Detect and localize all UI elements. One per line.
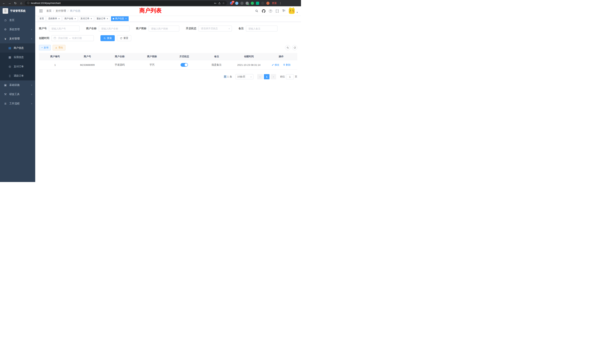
extension-icon[interactable] (246, 2, 249, 5)
bookmark-star-icon[interactable]: ☆ (222, 2, 225, 5)
next-page-button[interactable]: › (271, 74, 276, 79)
browser-reload-button[interactable]: ↻ (13, 1, 17, 5)
extension-icon[interactable] (240, 2, 244, 5)
sidebar-item-label: 系统管理 (9, 28, 20, 31)
column-header: 商户号 (71, 53, 103, 60)
close-icon[interactable]: × (90, 17, 92, 20)
monitor-icon: ▣ (4, 83, 7, 87)
status-select[interactable]: 请选择开启状态 ∨ (198, 26, 232, 32)
toggle-search-icon[interactable] (285, 45, 290, 50)
total-unit: 条 (230, 75, 232, 78)
sidebar-item-merchant-info[interactable]: ▤ 商户信息 (0, 43, 35, 53)
sidebar-item-workflow[interactable]: ≣ 工作流程 ∨ (0, 99, 35, 108)
goto-page-input[interactable] (286, 74, 294, 79)
page-number-button[interactable]: 1 (264, 74, 269, 79)
browser-back-button[interactable]: ← (2, 1, 6, 5)
tab-process-form[interactable]: 流程表单 × (46, 16, 62, 21)
sidebar-item-refund-order[interactable]: ▯ 退款订单 (0, 71, 35, 80)
tab-refund-order[interactable]: 退款订单 × (95, 16, 110, 21)
filter-create-time: 创建时间 开始日期 - 结束日期 (39, 35, 94, 41)
tab-label: 首页 (40, 17, 44, 20)
browser-forward-button[interactable]: → (8, 1, 12, 5)
date-separator: - (69, 37, 70, 40)
tab-user-group[interactable]: 用户分组 × (63, 16, 78, 21)
search-icon[interactable] (255, 9, 258, 13)
share-icon[interactable] (218, 2, 221, 4)
search-button-label: 搜索 (107, 36, 112, 40)
table-header-row: 商户编号 商户号 商户全称 商户简称 开启状态 备注 创建时间 操作 (39, 53, 297, 60)
site-info-icon[interactable]: ⓘ (27, 1, 30, 5)
address-bar[interactable]: ⓘ localhost:1024/pay/merchant ☆ (25, 1, 227, 5)
browser-update-button[interactable]: 更新 (272, 1, 277, 5)
sidebar-item-dev-tools[interactable]: ⚒ 研发工具 ∨ (0, 90, 35, 99)
fullscreen-icon[interactable] (276, 10, 279, 13)
column-header: 创建时间 (233, 53, 265, 60)
delete-link[interactable]: 删除 (283, 63, 291, 66)
help-icon[interactable]: ? (269, 10, 272, 13)
sidebar-item-label: 支付管理 (9, 37, 20, 40)
date-range-picker[interactable]: 开始日期 - 结束日期 (52, 35, 94, 41)
tab-home[interactable]: 首页 (38, 16, 46, 21)
tab-merchant-info[interactable]: 商户信息 × (111, 16, 129, 21)
filter-status: 开启状态 请选择开启状态 ∨ (186, 26, 232, 32)
sidebar-item-label: 基础设施 (9, 83, 20, 87)
sidebar-item-payment[interactable]: ¥ 支付管理 ∧ (0, 34, 35, 43)
status-toggle[interactable] (181, 63, 188, 67)
edit-link[interactable]: 修改 (272, 63, 279, 66)
goto-unit: 页 (295, 75, 297, 78)
tab-label: 退款订单 (97, 17, 106, 20)
sidebar-item-system[interactable]: ⚙ 系统管理 ∨ (0, 25, 35, 34)
avatar-dropdown-caret-icon[interactable]: ▼ (296, 11, 298, 13)
prev-page-button[interactable]: ‹ (257, 74, 263, 79)
short-name-input[interactable] (149, 26, 179, 32)
gear-icon: ⚙ (4, 28, 7, 31)
extension-icon[interactable] (261, 2, 264, 5)
export-button[interactable]: 导出 (53, 45, 65, 50)
password-key-icon[interactable] (214, 2, 217, 5)
breadcrumb-item[interactable]: 首页 (46, 9, 52, 13)
sidebar-item-app-info[interactable]: ▦ 应用信息 (0, 53, 35, 62)
close-icon[interactable]: × (58, 17, 60, 20)
sidebar-item-home[interactable]: ◷ 首页 (0, 16, 35, 25)
cell-full-name: 芋道源码 (104, 60, 136, 70)
sidebar-item-payment-order[interactable]: ◎ 支付订单 (0, 62, 35, 71)
extension-icon[interactable] (251, 2, 254, 5)
extension-icon[interactable] (256, 2, 259, 5)
url-text[interactable]: localhost:1024/pay/merchant (31, 2, 212, 4)
reset-button-label: 重置 (123, 36, 128, 40)
github-icon[interactable] (262, 9, 265, 13)
app-logo[interactable]: 芋道管理系统 (0, 6, 35, 16)
add-button[interactable]: + 新增 (39, 45, 51, 50)
sidebar-item-label: 支付订单 (14, 65, 24, 68)
page-content: 商户号 商户全称 商户简称 开启状态 请选择开启状态 ∨ (35, 22, 301, 182)
user-avatar[interactable] (289, 8, 295, 14)
sidebar-item-infrastructure[interactable]: ▣ 基础设施 ∨ (0, 80, 35, 90)
total-count: 1 (227, 75, 229, 78)
tab-payment-order[interactable]: 支付订单 × (79, 16, 94, 21)
close-icon[interactable]: × (74, 17, 76, 20)
breadcrumb-item[interactable]: 支付管理 (56, 9, 66, 13)
browser-home-button[interactable]: ⌂ (19, 1, 23, 5)
sidebar-toggle-icon[interactable] (38, 10, 44, 12)
merchant-no-input[interactable] (49, 26, 79, 32)
extension-icon[interactable]: 10 (230, 2, 233, 5)
reset-button[interactable]: 重置 (117, 35, 131, 41)
field-label: 商户简称 (136, 27, 146, 30)
end-date-placeholder[interactable]: 结束日期 (72, 36, 82, 40)
pagination: 共 1 条 10条/页 ∨ ‹ 1 › 前往 页 (39, 74, 297, 79)
extension-icon[interactable] (235, 2, 238, 5)
refresh-icon[interactable] (292, 45, 297, 50)
navbar-actions: ? TT ▼ (255, 8, 298, 14)
page-size-select[interactable]: 10条/页 ∨ (236, 74, 253, 79)
browser-profile-avatar[interactable] (266, 2, 269, 5)
browser-menu-icon[interactable]: ⋮ (279, 2, 282, 5)
remark-input[interactable] (246, 26, 278, 32)
top-navbar: 首页 / 支付管理 / 商户信息 ? TT (35, 6, 301, 16)
full-name-input[interactable] (99, 26, 129, 32)
search-button[interactable]: 搜索 (100, 35, 115, 41)
close-icon[interactable]: × (125, 17, 127, 20)
font-size-icon[interactable]: TT (282, 10, 285, 12)
workflow-icon: ≣ (4, 102, 7, 105)
close-icon[interactable]: × (106, 17, 108, 20)
start-date-placeholder[interactable]: 开始日期 (58, 36, 68, 40)
